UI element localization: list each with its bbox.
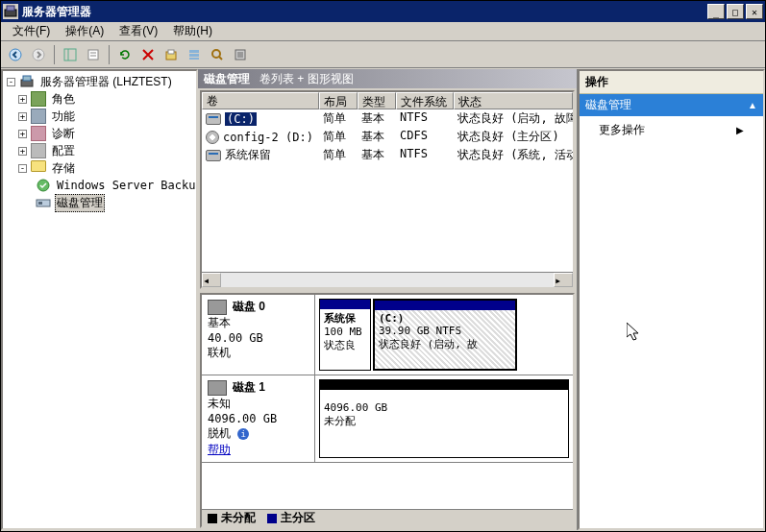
export-button[interactable] <box>161 44 182 65</box>
col-layout[interactable]: 布局 <box>319 92 358 109</box>
app-icon <box>3 4 18 19</box>
menu-file[interactable]: 文件(F) <box>5 21 58 41</box>
volume-fs: NTFS <box>396 109 454 128</box>
properties-button[interactable] <box>83 44 104 65</box>
expand-icon[interactable]: + <box>18 130 27 138</box>
disk-row-0[interactable]: 磁盘 0 基本 40.00 GB 联机 系统保 100 MB 状态良 <box>202 295 573 375</box>
nav-back-button[interactable] <box>5 44 26 65</box>
settings-button[interactable] <box>230 44 251 65</box>
list-view-button[interactable] <box>184 44 205 65</box>
nav-tree[interactable]: - 服务器管理器 (LHZTEST) +角色 +功能 +诊断 +配置 -存储 W… <box>1 69 198 530</box>
drive-icon <box>206 150 221 161</box>
tree-wsb-label: Windows Server Backup <box>55 178 198 193</box>
svg-line-15 <box>219 57 222 60</box>
tree-wsb[interactable]: Windows Server Backup <box>3 177 196 194</box>
volume-layout: 简单 <box>319 109 358 128</box>
info-icon[interactable]: i <box>237 428 249 440</box>
volume-type: 基本 <box>358 109 396 128</box>
disk-0-info[interactable]: 磁盘 0 基本 40.00 GB 联机 <box>202 295 315 375</box>
disk-0-size: 40.00 GB <box>208 331 309 345</box>
menu-help[interactable]: 帮助(H) <box>165 21 220 41</box>
menu-view[interactable]: 查看(V) <box>111 21 165 41</box>
maximize-button[interactable]: □ <box>727 4 744 19</box>
close-button[interactable]: ✕ <box>746 4 763 19</box>
title-bar[interactable]: 服务器管理器 _ □ ✕ <box>1 1 765 22</box>
expand-icon[interactable]: + <box>18 95 27 104</box>
col-status[interactable]: 状态 <box>454 92 573 109</box>
actions-section[interactable]: 磁盘管理 ▲ <box>580 94 763 116</box>
tree-storage[interactable]: -存储 <box>3 159 196 177</box>
volume-row[interactable]: 系统保留 简单 基本 NTFS 状态良好 (系统, 活动, 主分 <box>202 146 573 164</box>
minimize-button[interactable]: _ <box>707 4 725 19</box>
col-fs[interactable]: 文件系统 <box>396 92 454 109</box>
disk-graphical-view[interactable]: 磁盘 0 基本 40.00 GB 联机 系统保 100 MB 状态良 <box>200 293 575 528</box>
refresh-button[interactable] <box>114 44 136 65</box>
scroll-left-button[interactable]: ◂ <box>202 273 221 287</box>
svg-rect-13 <box>189 58 199 60</box>
partition-system-reserved[interactable]: 系统保 100 MB 状态良 <box>319 299 371 371</box>
chevron-up-icon: ▲ <box>748 100 757 110</box>
horizontal-scrollbar[interactable]: ◂ ▸ <box>202 272 573 287</box>
panel-subtitle: 卷列表 + 图形视图 <box>259 71 354 87</box>
disk-1-status-line: 脱机 i <box>208 425 309 442</box>
show-hide-tree-button[interactable] <box>60 44 81 65</box>
tree-diag[interactable]: +诊断 <box>3 125 196 142</box>
expand-icon[interactable]: + <box>18 112 27 121</box>
disk-1-label: 磁盘 1 <box>233 379 265 396</box>
volume-list[interactable]: 卷 布局 类型 文件系统 状态 (C:) 简单 基本 NTFS 状态良好 (启动… <box>200 90 575 289</box>
partition-size: 39.90 GB NTFS <box>379 325 511 337</box>
scroll-right-button[interactable]: ▸ <box>554 273 573 287</box>
disk-row-1[interactable]: 磁盘 1 未知 4096.00 GB 脱机 i 帮助 4096.00 GB 未分… <box>202 375 573 463</box>
tree-diskmgmt-label: 磁盘管理 <box>55 194 105 212</box>
tree-feature[interactable]: +功能 <box>3 108 196 125</box>
actions-more[interactable]: 更多操作 ▶ <box>580 116 763 144</box>
partition-c[interactable]: (C:) 39.90 GB NTFS 状态良好 (启动, 故 <box>373 299 517 371</box>
scroll-track[interactable] <box>221 273 554 287</box>
disk-1-type: 未知 <box>208 396 309 412</box>
collapse-icon[interactable]: - <box>7 78 15 86</box>
menu-action[interactable]: 操作(A) <box>58 21 111 41</box>
storage-icon <box>31 160 46 176</box>
tree-role-label: 角色 <box>50 90 77 109</box>
col-volume[interactable]: 卷 <box>202 92 319 109</box>
panel-header: 磁盘管理 卷列表 + 图形视图 <box>198 69 577 88</box>
tree-role[interactable]: +角色 <box>3 90 196 108</box>
disk-0-status: 联机 <box>208 345 309 361</box>
volume-row[interactable]: (C:) 简单 基本 NTFS 状态良好 (启动, 故障转储, <box>202 109 573 128</box>
svg-point-2 <box>10 49 21 60</box>
disk-1-info[interactable]: 磁盘 1 未知 4096.00 GB 脱机 i 帮助 <box>202 375 315 462</box>
volume-layout: 简单 <box>319 146 358 164</box>
volume-name: 系统保留 <box>225 147 271 163</box>
tree-config[interactable]: +配置 <box>3 142 196 159</box>
config-icon <box>31 143 46 158</box>
tree-feature-label: 功能 <box>50 108 77 126</box>
partition-unallocated[interactable]: 4096.00 GB 未分配 <box>319 379 569 458</box>
nav-forward-button[interactable] <box>28 44 49 65</box>
tree-root-label: 服务器管理器 (LHZTEST) <box>38 73 174 91</box>
svg-rect-19 <box>23 76 31 81</box>
svg-rect-22 <box>38 202 42 205</box>
svg-rect-17 <box>237 52 243 58</box>
col-type[interactable]: 类型 <box>358 92 396 109</box>
disk-1-help-link[interactable]: 帮助 <box>208 443 231 456</box>
partition-name: 系统保 <box>324 311 366 326</box>
tree-root[interactable]: - 服务器管理器 (LHZTEST) <box>3 73 196 90</box>
volume-status: 状态良好 (主分区) <box>454 128 573 146</box>
main-window: 服务器管理器 _ □ ✕ 文件(F) 操作(A) 查看(V) 帮助(H) - <box>0 0 766 532</box>
volume-name: (C:) <box>225 112 257 126</box>
delete-button[interactable] <box>137 44 159 65</box>
collapse-icon[interactable]: - <box>18 164 27 173</box>
search-button[interactable] <box>207 44 228 65</box>
disk-1-status: 脱机 <box>208 426 231 440</box>
tree-diskmgmt[interactable]: 磁盘管理 <box>3 194 196 211</box>
tree-diag-label: 诊断 <box>50 125 77 143</box>
legend-primary: 主分区 <box>267 510 315 526</box>
actions-more-label: 更多操作 <box>599 122 645 138</box>
main-content: - 服务器管理器 (LHZTEST) +角色 +功能 +诊断 +配置 -存储 W… <box>1 69 765 530</box>
volume-list-header[interactable]: 卷 布局 类型 文件系统 状态 <box>202 92 573 109</box>
volume-name: config-2 (D:) <box>223 131 313 144</box>
expand-icon[interactable]: + <box>18 147 27 156</box>
volume-row[interactable]: config-2 (D:) 简单 基本 CDFS 状态良好 (主分区) <box>202 128 573 146</box>
toolbar-separator <box>54 45 55 64</box>
toolbar-separator <box>109 45 110 64</box>
